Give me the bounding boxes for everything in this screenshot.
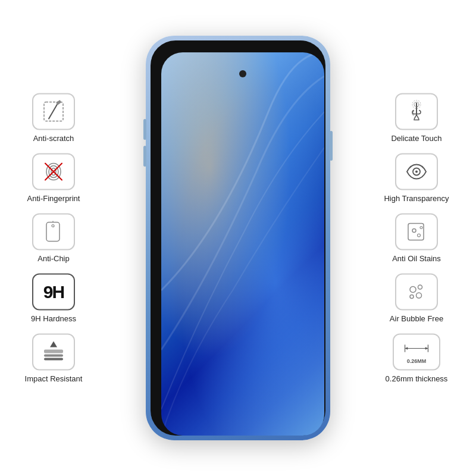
high-transparency-label: High Transparency: [384, 194, 449, 203]
feature-anti-oil-stains: Anti Oil Stains: [392, 214, 441, 263]
power-button: [330, 131, 333, 161]
feature-thickness: 0.26MM 0.26mm thickness: [386, 334, 448, 383]
anti-fingerprint-icon-box: [32, 154, 75, 190]
feature-impact-resistant: Impact Resistant: [25, 334, 83, 383]
phone-display: [146, 36, 330, 440]
svg-point-10: [52, 225, 54, 227]
high-transparency-icon-box: [395, 154, 438, 190]
air-bubble-free-icon-box: [395, 274, 438, 311]
phone-screen: [161, 52, 324, 436]
svg-point-28: [410, 295, 414, 299]
svg-marker-15: [50, 342, 57, 347]
feature-anti-fingerprint: Anti-Fingerprint: [27, 154, 80, 203]
svg-rect-12: [44, 350, 63, 353]
feature-air-bubble-free: Air Bubble Free: [390, 274, 443, 323]
oilstain-icon: [403, 219, 430, 245]
svg-point-25: [410, 287, 416, 293]
delicate-touch-label: Delicate Touch: [391, 134, 441, 143]
feature-anti-scratch: Anti-scratch: [32, 93, 75, 143]
anti-oil-stains-icon-box: [395, 214, 438, 250]
anti-oil-stains-label: Anti Oil Stains: [392, 254, 441, 263]
scratch-icon: [40, 99, 67, 125]
9h-text: 9H: [43, 282, 64, 302]
feature-delicate-touch: Delicate Touch: [391, 93, 441, 143]
bubble-icon: [403, 279, 430, 305]
left-features: Anti-scratch Anti-Fingerprint: [6, 93, 101, 383]
screen-protector: [151, 40, 325, 436]
anti-fingerprint-label: Anti-Fingerprint: [27, 194, 80, 203]
touch-icon: [403, 99, 430, 125]
svg-line-1: [49, 105, 57, 119]
right-features: Delicate Touch High Transparency: [363, 93, 470, 383]
camera-notch: [239, 70, 246, 77]
9h-hardness-label: 9H Hardness: [31, 314, 76, 323]
screen-curves: [161, 52, 324, 436]
eye-icon: [403, 159, 430, 185]
svg-point-19: [415, 171, 418, 173]
thickness-ruler-icon: [396, 340, 437, 357]
impact-icon: [40, 339, 67, 365]
anti-scratch-icon-box: [32, 93, 75, 130]
svg-point-26: [418, 285, 422, 289]
anti-chip-label: Anti-Chip: [37, 254, 69, 263]
svg-point-22: [420, 227, 422, 229]
feature-high-transparency: High Transparency: [384, 154, 449, 203]
anti-scratch-label: Anti-scratch: [33, 134, 74, 143]
svg-marker-31: [425, 347, 428, 350]
air-bubble-free-label: Air Bubble Free: [390, 314, 443, 323]
phone-body: [146, 36, 330, 440]
svg-rect-14: [44, 358, 63, 361]
main-container: Anti-scratch Anti-Fingerprint: [0, 0, 476, 476]
feature-9h-hardness: 9H 9H Hardness: [31, 274, 76, 323]
feature-anti-chip: Anti-Chip: [32, 214, 75, 263]
svg-marker-30: [405, 347, 408, 350]
9h-hardness-icon-box: 9H: [32, 274, 75, 311]
fingerprint-icon: [40, 159, 67, 185]
impact-resistant-label: Impact Resistant: [25, 374, 83, 383]
volume-up-button: [143, 119, 146, 140]
impact-resistant-icon-box: [32, 334, 75, 371]
thickness-icon-box: 0.26MM: [393, 334, 440, 371]
volume-down-button: [143, 146, 146, 167]
delicate-touch-icon-box: [395, 93, 438, 130]
svg-rect-13: [44, 355, 63, 357]
chip-icon: [40, 219, 67, 245]
thickness-sublabel: 0.26MM: [407, 358, 427, 364]
anti-chip-icon-box: [32, 214, 75, 250]
svg-rect-9: [46, 223, 60, 242]
svg-point-27: [416, 293, 421, 298]
thickness-label: 0.26mm thickness: [386, 374, 448, 383]
